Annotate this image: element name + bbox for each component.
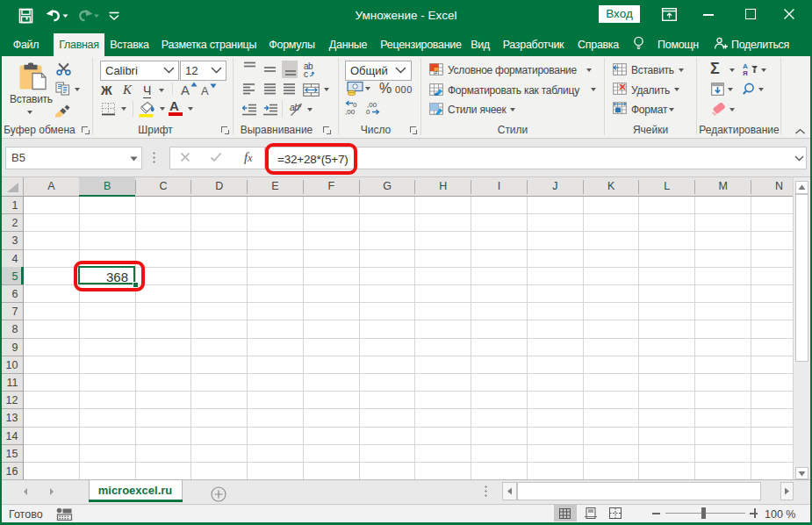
svg-text:Я: Я bbox=[743, 69, 748, 76]
svg-text:ab: ab bbox=[290, 102, 299, 112]
svg-text:≠: ≠ bbox=[435, 69, 438, 76]
svg-text:c: c bbox=[304, 69, 308, 78]
svg-text:0: 0 bbox=[366, 108, 370, 116]
svg-text:,00: ,00 bbox=[345, 108, 356, 116]
